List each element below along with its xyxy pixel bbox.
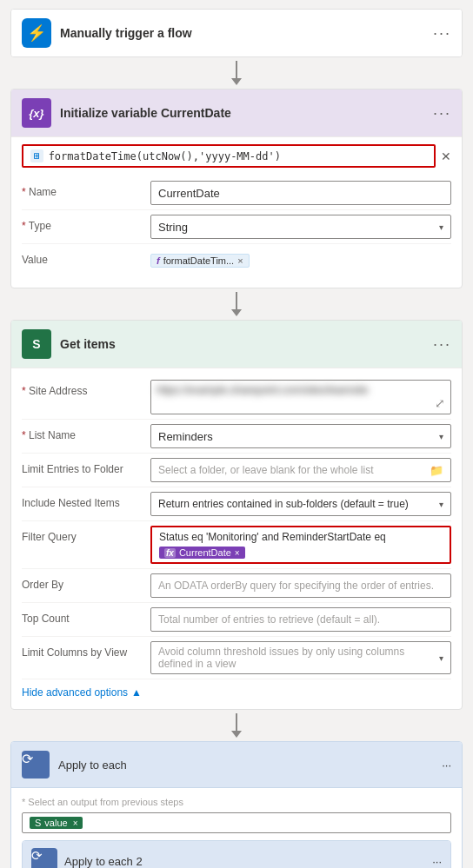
list-name-select[interactable]: Reminders ▾	[150, 424, 451, 448]
type-value[interactable]: String ▾	[150, 215, 451, 239]
limit-columns-select[interactable]: Avoid column threshold issues by only us…	[150, 641, 451, 674]
limit-columns-text: Avoid column threshold issues by only us…	[158, 646, 439, 670]
limit-columns-chevron-icon: ▾	[439, 653, 443, 663]
arrow-head	[231, 78, 242, 85]
limit-folder-select[interactable]: Select a folder, or leave blank for the …	[150, 458, 451, 482]
init-title: Initialize variable CurrentDate	[60, 106, 424, 120]
apply-icon: ⟳	[22, 752, 33, 766]
value-chip[interactable]: f formatDateTim... ×	[150, 254, 250, 268]
include-nested-row: Include Nested Items Return entries cont…	[22, 487, 451, 521]
order-by-input[interactable]: An ODATA orderBy query for specifying th…	[150, 573, 451, 598]
formula-close-init[interactable]: ✕	[441, 149, 451, 163]
chip-close-icon[interactable]: ×	[237, 255, 243, 266]
hide-advanced-text: Hide advanced options	[22, 686, 128, 699]
apply-to-each-outer: ⟳ Apply to each ··· * Select an output f…	[10, 741, 463, 868]
init-card-header: {x} Initialize variable CurrentDate ···	[11, 89, 462, 136]
list-name-row: * List Name Reminders ▾	[22, 420, 451, 454]
value-tag-icon: S	[35, 818, 41, 828]
get-items-card: S Get items ··· * Site Address https://e…	[10, 320, 463, 710]
include-nested-value[interactable]: Return entries contained in sub-folders …	[150, 492, 451, 516]
top-count-row: Top Count Total number of entries to ret…	[22, 603, 451, 637]
list-chevron-icon: ▾	[439, 432, 443, 441]
order-by-row: Order By An ODATA orderBy query for spec…	[22, 569, 451, 603]
name-value[interactable]: CurrentDate	[150, 181, 451, 205]
getitems-title: Get items	[60, 337, 424, 351]
arrow-head-3	[231, 731, 242, 738]
chip-text: formatDateTim...	[163, 255, 235, 266]
order-by-placeholder: An ODATA orderBy query for specifying th…	[158, 580, 434, 592]
value-chip-box: S value ×	[22, 812, 451, 833]
top-count-value[interactable]: Total number of entries to retrieve (def…	[150, 607, 451, 632]
include-nested-text: Return entries contained in sub-folders …	[158, 498, 409, 510]
flow-container: ⚡ Manually trigger a flow ··· {x} Initia…	[0, 0, 473, 868]
init-ellipsis[interactable]: ···	[433, 104, 451, 123]
limit-columns-value[interactable]: Avoid column threshold issues by only us…	[150, 641, 451, 674]
value-label: Value	[22, 248, 143, 266]
value-tag-text: value	[44, 818, 67, 828]
getitems-icon-box: S	[22, 329, 51, 359]
site-addr-link-icon[interactable]: ⤢	[435, 396, 445, 410]
apply-outer-body: * Select an output from previous steps S…	[11, 788, 462, 868]
apply-icon-box: ⟳	[22, 751, 50, 779]
order-by-value[interactable]: An ODATA orderBy query for specifying th…	[150, 573, 451, 598]
arrow-line	[236, 61, 237, 78]
type-field-row: * Type String ▾	[22, 210, 451, 244]
list-name-value[interactable]: Reminders ▾	[150, 424, 451, 448]
init-variable-card: {x} Initialize variable CurrentDate ··· …	[10, 89, 463, 288]
order-by-label: Order By	[22, 573, 143, 591]
trigger-card: ⚡ Manually trigger a flow ···	[10, 9, 463, 57]
init-icon-box: {x}	[22, 98, 51, 128]
name-text: CurrentDate	[158, 187, 220, 200]
site-address-input[interactable]: https://example.sharepoint.com/sites/tea…	[150, 380, 451, 414]
getitems-card-body: * Site Address https://example.sharepoin…	[11, 368, 462, 709]
site-address-row: * Site Address https://example.sharepoin…	[22, 375, 451, 420]
chip-fx-icon: f	[157, 255, 160, 266]
filter-query-value[interactable]: Status eq 'Monitoring' and ReminderStart…	[150, 526, 451, 564]
include-nested-select[interactable]: Return entries contained in sub-folders …	[150, 492, 451, 516]
trigger-icon: ⚡	[27, 23, 46, 43]
nested-chevron-icon: ▾	[439, 500, 443, 509]
site-address-blurred: https://example.sharepoint.com/sites/tea…	[157, 384, 368, 396]
folder-icon: 📁	[430, 464, 443, 477]
value-field-row: Value f formatDateTim... ×	[22, 244, 451, 277]
type-select[interactable]: String ▾	[150, 215, 451, 239]
formula-icon: ⊞	[30, 149, 43, 162]
filter-query-text: Status eq 'Monitoring' and ReminderStart…	[159, 531, 386, 543]
trigger-card-header: ⚡ Manually trigger a flow ···	[11, 10, 462, 56]
limit-folder-label: Limit Entries to Folder	[22, 458, 143, 475]
filter-query-input[interactable]: Status eq 'Monitoring' and ReminderStart…	[150, 526, 451, 564]
init-icon: {x}	[29, 107, 43, 120]
limit-folder-row: Limit Entries to Folder Select a folder,…	[22, 454, 451, 487]
getitems-ellipsis[interactable]: ···	[433, 335, 451, 354]
filter-query-row: Filter Query Status eq 'Monitoring' and …	[22, 521, 451, 569]
site-address-value: https://example.sharepoint.com/sites/tea…	[150, 380, 451, 414]
type-text: String	[158, 221, 188, 234]
limit-folder-text: Select a folder, or leave blank for the …	[158, 464, 373, 476]
apply-ellipsis[interactable]: ···	[442, 759, 451, 772]
limit-columns-label: Limit Columns by View	[22, 641, 143, 659]
chip-fx-small: fx	[164, 548, 176, 558]
name-label: * Name	[22, 181, 143, 198]
trigger-ellipsis[interactable]: ···	[433, 24, 451, 43]
top-count-placeholder: Total number of entries to retrieve (def…	[158, 613, 380, 626]
formula-text-init: formatDateTime(utcNow(),'yyyy-MM-dd')	[49, 150, 281, 162]
init-card-body: ⊞ formatDateTime(utcNow(),'yyyy-MM-dd') …	[11, 136, 462, 288]
hide-advanced-link[interactable]: Hide advanced options ▲	[22, 679, 451, 699]
formula-bar-init: ⊞ formatDateTime(utcNow(),'yyyy-MM-dd')	[22, 144, 436, 168]
arrow-connector-1	[231, 57, 242, 89]
arrow-line-2	[236, 292, 237, 309]
apply2-ellipsis[interactable]: ···	[432, 855, 442, 868]
type-label: * Type	[22, 215, 143, 232]
apply2-outer-header: ⟳ Apply to each 2 ···	[23, 841, 450, 868]
name-input[interactable]: CurrentDate	[150, 181, 451, 205]
arrow-connector-3	[231, 710, 242, 741]
name-field-row: * Name CurrentDate	[22, 176, 451, 210]
top-count-input[interactable]: Total number of entries to retrieve (def…	[150, 607, 451, 632]
currentdate-close[interactable]: ×	[235, 548, 240, 558]
top-count-label: Top Count	[22, 607, 143, 625]
limit-folder-value[interactable]: Select a folder, or leave blank for the …	[150, 458, 451, 482]
site-address-label: * Site Address	[22, 380, 143, 397]
value-tag-close[interactable]: ×	[73, 818, 78, 828]
value-tag: S value ×	[30, 817, 83, 829]
limit-columns-row: Limit Columns by View Avoid column thres…	[22, 637, 451, 679]
